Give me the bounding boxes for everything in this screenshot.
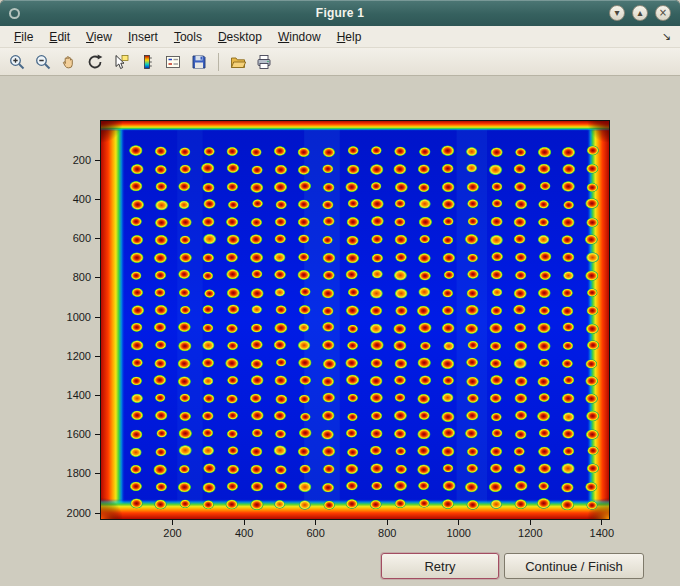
y-tick-mark [95, 160, 100, 161]
x-tick-label: 1200 [518, 527, 542, 539]
menu-file[interactable]: File [6, 27, 41, 47]
x-tick-mark [244, 520, 245, 525]
titlebar[interactable]: Figure 1 ▾ ▴ × [0, 0, 680, 26]
zoom-out-icon [34, 53, 52, 71]
open-folder-icon [229, 53, 247, 71]
window-controls: ▾ ▴ × [609, 5, 680, 21]
x-tick-mark [387, 520, 388, 525]
menu-tools[interactable]: Tools [166, 27, 210, 47]
pan-button[interactable] [57, 50, 81, 74]
y-tick-mark [95, 238, 100, 239]
rotate-3d-icon [86, 53, 104, 71]
maximize-button[interactable]: ▴ [632, 5, 648, 21]
figure-toolbar [0, 48, 680, 76]
x-tick-label: 1400 [590, 527, 614, 539]
x-tick-label: 200 [163, 527, 181, 539]
toolbar-separator [218, 53, 219, 71]
data-cursor-icon [112, 53, 130, 71]
close-button[interactable]: × [655, 5, 671, 21]
y-tick-label: 2000 [47, 507, 91, 519]
insert-colorbar-button[interactable] [135, 50, 159, 74]
x-tick-mark [458, 520, 459, 525]
legend-icon [164, 53, 182, 71]
continue-finish-button[interactable]: Continue / Finish [504, 553, 644, 579]
zoom-in-button[interactable] [5, 50, 29, 74]
save-figure-button[interactable] [187, 50, 211, 74]
y-tick-label: 200 [47, 154, 91, 166]
y-tick-label: 1600 [47, 428, 91, 440]
y-tick-label: 1200 [47, 350, 91, 362]
y-tick-mark [95, 434, 100, 435]
dock-figure-icon[interactable]: ↘ [662, 30, 671, 43]
menu-edit[interactable]: Edit [41, 27, 78, 47]
x-tick-mark [530, 520, 531, 525]
pan-hand-icon [60, 53, 78, 71]
heatmap-canvas [101, 121, 609, 519]
zoom-in-icon [8, 53, 26, 71]
print-figure-button[interactable] [252, 50, 276, 74]
menu-desktop[interactable]: Desktop [210, 27, 270, 47]
plot-axes [100, 120, 610, 520]
y-tick-label: 1000 [47, 311, 91, 323]
insert-legend-button[interactable] [161, 50, 185, 74]
x-tick-label: 400 [235, 527, 253, 539]
x-tick-mark [172, 520, 173, 525]
y-tick-label: 1400 [47, 389, 91, 401]
retry-button[interactable]: Retry [381, 553, 499, 579]
data-cursor-button[interactable] [109, 50, 133, 74]
menu-insert[interactable]: Insert [120, 27, 166, 47]
figure-area: Retry Continue / Finish 2004006008001000… [0, 76, 680, 586]
minimize-button[interactable]: ▾ [609, 5, 625, 21]
y-tick-label: 600 [47, 232, 91, 244]
y-tick-mark [95, 473, 100, 474]
x-tick-label: 800 [378, 527, 396, 539]
save-floppy-icon [190, 53, 208, 71]
y-tick-label: 1800 [47, 467, 91, 479]
y-tick-mark [95, 513, 100, 514]
menu-window[interactable]: Window [270, 27, 329, 47]
y-tick-label: 400 [47, 193, 91, 205]
window-menu-icon[interactable] [9, 8, 20, 19]
zoom-out-button[interactable] [31, 50, 55, 74]
y-tick-mark [95, 199, 100, 200]
open-file-button[interactable] [226, 50, 250, 74]
figure-window: Figure 1 ▾ ▴ × File Edit View Insert Too… [0, 0, 680, 586]
y-tick-mark [95, 356, 100, 357]
x-tick-label: 600 [306, 527, 324, 539]
y-tick-label: 800 [47, 271, 91, 283]
menubar: File Edit View Insert Tools Desktop Wind… [0, 26, 680, 48]
printer-icon [255, 53, 273, 71]
menu-help[interactable]: Help [329, 27, 370, 47]
x-tick-mark [315, 520, 316, 525]
menu-view[interactable]: View [78, 27, 120, 47]
y-tick-mark [95, 317, 100, 318]
y-tick-mark [95, 277, 100, 278]
x-tick-mark [601, 520, 602, 525]
y-tick-mark [95, 395, 100, 396]
rotate-3d-button[interactable] [83, 50, 107, 74]
window-title: Figure 1 [0, 6, 680, 20]
x-tick-label: 1000 [446, 527, 470, 539]
colorbar-icon [138, 53, 156, 71]
